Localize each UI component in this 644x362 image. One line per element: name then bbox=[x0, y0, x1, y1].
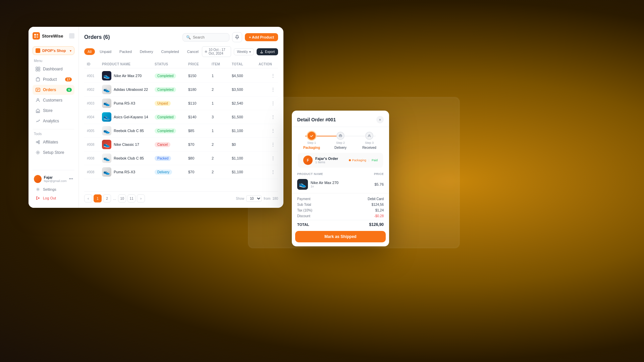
product-name: Adidas Ultraboost 22 bbox=[114, 87, 148, 92]
filter-tab-packed[interactable]: Packed bbox=[116, 48, 135, 55]
mark-as-shipped-button[interactable]: Mark as Shipped bbox=[295, 231, 386, 242]
page-10-button[interactable]: 10 bbox=[118, 194, 126, 202]
affiliates-icon bbox=[35, 139, 41, 145]
settings-item[interactable]: Settings bbox=[33, 185, 74, 194]
order-action-button[interactable]: ⋮ bbox=[259, 101, 275, 106]
filter-tab-completed[interactable]: Completed bbox=[158, 48, 182, 55]
product-thumbnail: 👟 bbox=[102, 140, 111, 149]
filter-tab-cancel[interactable]: Cancel bbox=[184, 48, 202, 55]
table-row: #005 👟 Reebok Club C 85 Completed $85 1 … bbox=[84, 124, 278, 138]
next-page-button[interactable]: › bbox=[137, 194, 145, 202]
order-total: $2,540 bbox=[232, 101, 259, 105]
discount-label: Discount bbox=[297, 214, 310, 218]
logout-item[interactable]: Log Out bbox=[33, 194, 74, 202]
sidebar-item-orders[interactable]: Orders 6 bbox=[33, 85, 74, 95]
total-count: 180 bbox=[272, 197, 278, 200]
affiliates-label: Affiliates bbox=[43, 140, 58, 144]
order-action-button[interactable]: ⋮ bbox=[259, 169, 275, 175]
order-item-count: 1 bbox=[212, 129, 232, 133]
order-item-count: 1 bbox=[212, 101, 232, 105]
filter-tab-all[interactable]: All bbox=[84, 48, 95, 55]
order-product: 👟 Reebok Club C 85 bbox=[102, 126, 155, 135]
order-action-button[interactable]: ⋮ bbox=[259, 114, 275, 120]
filter-tab-unpaid[interactable]: Unpaid bbox=[96, 48, 115, 55]
order-item-count: 2 bbox=[212, 156, 232, 160]
sidebar-item-setup-store[interactable]: Setup Store bbox=[33, 147, 74, 158]
order-item-count: 3 bbox=[212, 115, 232, 119]
table-row: #001 👟 Nike Air Max 270 Completed $150 1… bbox=[84, 69, 278, 83]
page-11-button[interactable]: 11 bbox=[127, 194, 136, 202]
modal-close-button[interactable]: × bbox=[376, 116, 384, 123]
search-box[interactable]: 🔍 bbox=[182, 33, 229, 42]
step-2-name: Delivery bbox=[334, 146, 346, 149]
table-header: ID Product Name Status Price Item Total … bbox=[84, 60, 278, 68]
store-icon bbox=[36, 48, 40, 53]
payment-summary: Payment Debit Card Sub Total $124,56 Tax… bbox=[292, 193, 389, 231]
sidebar-item-product[interactable]: Product 17 bbox=[33, 74, 74, 84]
sidebar-item-dashboard[interactable]: Dashboard bbox=[33, 64, 74, 74]
order-action-button[interactable]: ⋮ bbox=[259, 73, 275, 78]
orders-table: ID Product Name Status Price Item Total … bbox=[84, 60, 278, 188]
order-action-button[interactable]: ⋮ bbox=[259, 87, 275, 92]
show-count-select[interactable]: 10 20 50 bbox=[246, 195, 262, 202]
app-name: StoreWise bbox=[42, 34, 63, 39]
discount-value: -$0.28 bbox=[374, 214, 384, 218]
order-price: $80 bbox=[188, 156, 212, 160]
window-control-btn[interactable] bbox=[69, 33, 74, 39]
filter-tabs: All Unpaid Packed Delivery Completed Can… bbox=[84, 48, 202, 55]
svg-rect-7 bbox=[38, 69, 40, 71]
export-button[interactable]: Export bbox=[257, 48, 278, 55]
tax-value: $1,24 bbox=[375, 208, 384, 212]
order-price: $70 bbox=[188, 142, 212, 146]
settings-label: Settings bbox=[43, 187, 56, 191]
product-name: Nike Air Max 270 bbox=[114, 74, 142, 78]
col-total: Total bbox=[232, 62, 259, 66]
total-value: $126,90 bbox=[369, 222, 384, 227]
order-id: #002 bbox=[87, 88, 102, 92]
step-3-received: Step 3 Received bbox=[355, 132, 384, 149]
user-menu-icon[interactable]: ••• bbox=[69, 177, 73, 181]
order-action-button[interactable]: ⋮ bbox=[259, 128, 275, 133]
order-action-button[interactable]: ⋮ bbox=[259, 142, 275, 147]
table-row: #003 👟 Puma RS-X3 Unpaid $110 1 $2,540 ⋮ bbox=[84, 97, 278, 110]
order-product: 👟 Nike Classic 17 bbox=[102, 140, 155, 149]
notification-button[interactable] bbox=[232, 32, 242, 42]
step-1-label: Step 1 bbox=[307, 141, 316, 144]
status-badge: Cancel bbox=[155, 142, 170, 147]
filter-tab-delivery[interactable]: Delivery bbox=[137, 48, 157, 55]
modal-title: Detail Order #001 bbox=[297, 117, 336, 122]
page-1-button[interactable]: 1 bbox=[94, 194, 102, 202]
modal-product-thumb: 👟 bbox=[297, 179, 308, 190]
modal-col-product: Product Name bbox=[297, 172, 323, 176]
order-total: $4,500 bbox=[232, 74, 259, 78]
modal-product-info: 👟 Nike Air Max 270 1x bbox=[297, 179, 338, 190]
modal-col-price: Price bbox=[374, 172, 384, 176]
svg-rect-8 bbox=[36, 78, 40, 81]
store-selector[interactable]: DPOP's Shop ▾ bbox=[33, 46, 74, 55]
search-icon: 🔍 bbox=[186, 35, 191, 40]
sidebar-item-store[interactable]: Store bbox=[33, 106, 74, 116]
sidebar-item-analytics[interactable]: Analytics bbox=[33, 116, 74, 126]
prev-page-button[interactable]: ‹ bbox=[84, 194, 92, 202]
order-action-button[interactable]: ⋮ bbox=[259, 156, 275, 161]
table-row: #008 👟 Puma RS-X3 Delivery $70 2 $1,100 … bbox=[84, 165, 278, 179]
step-1-packaging: Step 1 Packaging bbox=[297, 132, 326, 149]
step-2-label: Step 2 bbox=[336, 141, 345, 144]
order-status: Completed bbox=[155, 73, 188, 78]
order-id: #005 bbox=[87, 129, 102, 133]
user-info[interactable]: Fajar fajar@gmail.com ••• bbox=[33, 173, 74, 185]
page-2-button[interactable]: 2 bbox=[103, 194, 111, 202]
order-id: #008 bbox=[87, 157, 102, 160]
product-name: Asics Gel-Kayano 14 bbox=[114, 115, 148, 119]
search-input[interactable] bbox=[193, 35, 226, 39]
weekly-select[interactable]: Weekly ▾ bbox=[234, 48, 254, 55]
order-product: 👟 Reebok Club C 85 bbox=[102, 154, 155, 163]
product-thumbnail: 👟 bbox=[102, 126, 111, 135]
col-price: Price bbox=[188, 62, 212, 66]
product-thumbnail: 👟 bbox=[102, 85, 111, 94]
add-product-button[interactable]: + Add Product bbox=[245, 33, 278, 41]
sidebar-item-affiliates[interactable]: Affiliates bbox=[33, 137, 74, 147]
svg-rect-1 bbox=[37, 34, 38, 36]
modal-table-header: Product Name Price bbox=[292, 170, 389, 177]
sidebar-item-customers[interactable]: Customers bbox=[33, 95, 74, 105]
